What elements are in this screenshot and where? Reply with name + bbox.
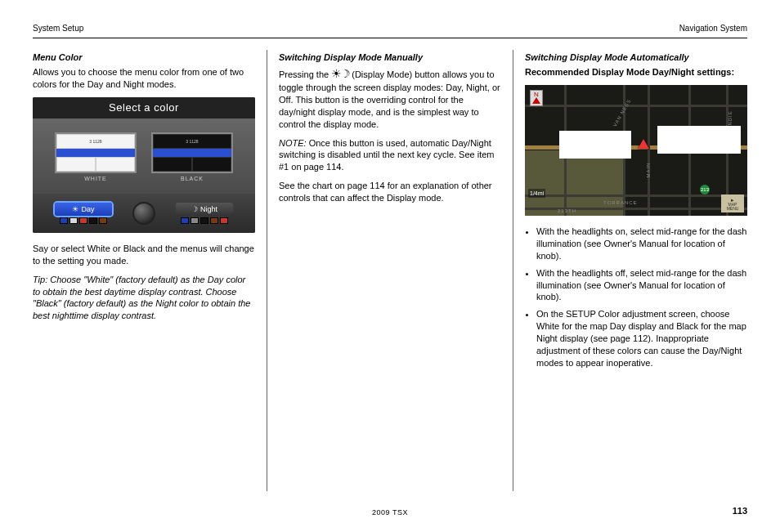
preview-black-thumb[interactable]: 3 1128 — [151, 132, 233, 173]
bullet-3: On the SETUP Color adjustment screen, ch… — [536, 308, 747, 369]
menu-color-tip: Tip: Choose "White" (factory default) as… — [33, 274, 255, 322]
moon-icon: ☽ — [191, 204, 198, 214]
preview-black-line: 3 1128 — [153, 134, 231, 149]
map-menu-l2: MENU — [727, 207, 739, 211]
map-scale[interactable]: 1/4mi — [528, 189, 545, 198]
note-text: Once this button is used, automatic Day/… — [279, 138, 495, 172]
figA-modebar: ☀Day ☽Night — [33, 194, 255, 233]
figA-previews: 3 1128 WHITE 3 1128 BLACK — [33, 118, 255, 194]
switch-manual-p1: Pressing the ☀☽ (Display Mode) button al… — [279, 66, 501, 130]
compass-icon[interactable]: N — [530, 90, 543, 106]
note-label: NOTE: — [279, 138, 307, 148]
figure-night-map: TORRANCE 213TH MAIN NORMANDIE VAN NESS N… — [525, 85, 747, 216]
day-label: Day — [81, 204, 94, 214]
map-callout-left — [559, 131, 631, 159]
divider-2 — [513, 50, 513, 491]
preview-black-label: BLACK — [181, 175, 204, 182]
divider-1 — [267, 50, 267, 491]
display-mode-icon: ☀☽ — [331, 67, 349, 80]
header-right: Navigation System — [679, 23, 747, 34]
switch-auto-lead: Recommended Display Mode Day/Night setti… — [525, 66, 747, 78]
figA-title: Select a color — [33, 97, 255, 118]
day-mode-button[interactable]: ☀Day — [39, 203, 128, 224]
bullet-2: With the headlights off, select mid-rang… — [536, 267, 747, 304]
columns: Menu Color Allows you to choose the menu… — [33, 50, 747, 491]
switch-manual-p2: See the chart on page 114 for an explana… — [279, 180, 501, 204]
auto-bullets: With the headlights on, select mid-range… — [525, 226, 747, 369]
night-swatches[interactable] — [181, 217, 228, 224]
preview-white-card: 3 1128 WHITE — [55, 132, 137, 182]
preview-black-card: 3 1128 BLACK — [151, 132, 233, 182]
street-213th: 213TH — [558, 208, 576, 214]
day-swatches[interactable] — [60, 217, 107, 224]
preview-white-line: 3 1128 — [56, 134, 135, 149]
column-1: Menu Color Allows you to choose the menu… — [33, 50, 267, 491]
map-menu-button[interactable]: MAP MENU — [721, 194, 744, 212]
route-shield-icon: 213 — [700, 185, 710, 194]
preview-white-label: WHITE — [84, 175, 107, 182]
map-callout-right — [657, 126, 741, 154]
tip-label: Tip: — [33, 275, 47, 284]
compass-n: N — [534, 91, 539, 100]
column-3: Switching Display Mode Automatically Rec… — [513, 50, 747, 491]
menu-color-body: Allows you to choose the menu color from… — [33, 66, 255, 91]
map-park-area — [525, 150, 623, 216]
sun-icon: ☀ — [72, 204, 78, 214]
page-header: System Setup Navigation System — [33, 23, 747, 34]
menu-color-p2: Say or select White or Black and the men… — [33, 243, 255, 267]
page-number: 113 — [733, 505, 747, 517]
column-2: Switching Display Mode Manually Pressing… — [267, 50, 513, 491]
switch-auto-heading: Switching Display Mode Automatically — [525, 51, 747, 64]
menu-color-heading: Menu Color — [33, 51, 255, 64]
vehicle-marker-icon — [638, 139, 649, 149]
street-vanness: VAN NESS — [612, 98, 633, 128]
rotary-knob-icon[interactable] — [132, 202, 155, 225]
header-left: System Setup — [33, 23, 83, 34]
book-title: 2009 TSX — [372, 507, 408, 517]
street-main: MAIN — [645, 163, 652, 178]
header-rule — [33, 38, 747, 38]
preview-white-thumb[interactable]: 3 1128 — [55, 132, 137, 173]
night-mode-button[interactable]: ☽Night — [160, 203, 249, 224]
tip-text: Choose "White" (factory default) as the … — [33, 275, 250, 321]
switch-manual-note: NOTE: Once this button is used, automati… — [279, 137, 501, 174]
figure-select-color: Select a color 3 1128 WHITE 3 1128 — [33, 97, 255, 233]
night-label: Night — [200, 204, 217, 214]
street-torrance: TORRANCE — [603, 199, 638, 206]
switch-manual-heading: Switching Display Mode Manually — [279, 51, 501, 64]
bullet-1: With the headlights on, select mid-range… — [536, 226, 747, 262]
